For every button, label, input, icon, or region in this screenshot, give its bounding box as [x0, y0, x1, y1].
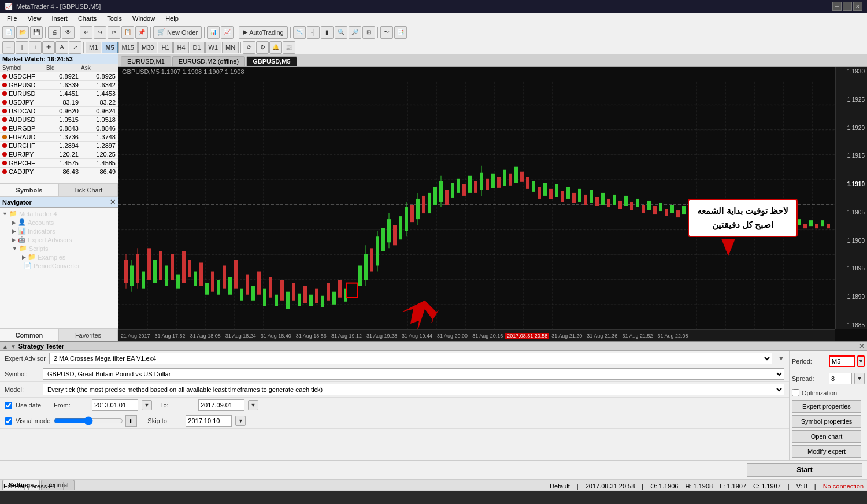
market-row[interactable]: EURAUD 1.3736 1.3748	[0, 133, 118, 142]
chart-tab-eurusd-m2[interactable]: EURUSD,M2 (offline)	[172, 56, 245, 66]
modify-expert-button[interactable]: Modify expert	[792, 445, 861, 458]
bar-btn[interactable]: ┤	[307, 26, 320, 39]
st-spread-input[interactable]	[829, 373, 852, 384]
market-row[interactable]: USDCHF 0.8921 0.8925	[0, 72, 118, 81]
period-w1[interactable]: W1	[205, 42, 222, 53]
st-close-button[interactable]: ✕	[859, 342, 865, 350]
cut-btn[interactable]: ✂	[108, 26, 120, 39]
print-btn[interactable]: 🖨	[48, 26, 61, 39]
alert-btn[interactable]: 🔔	[269, 41, 282, 54]
new-order-button[interactable]: 🛒 New Order	[153, 26, 202, 39]
text-tool[interactable]: A	[55, 41, 68, 54]
grid-btn[interactable]: ⊞	[362, 26, 375, 39]
open-btn[interactable]: 📂	[16, 26, 29, 39]
st-ea-dropdown-arrow[interactable]: ▼	[778, 355, 784, 362]
st-to-calendar[interactable]: ▼	[248, 400, 258, 410]
print-preview-btn[interactable]: 👁	[62, 26, 75, 39]
market-row[interactable]: USDJPY 83.19 83.22	[0, 98, 118, 107]
mw-tab-tick[interactable]: Tick Chart	[59, 184, 118, 196]
st-down-arrow[interactable]: ▼	[10, 343, 16, 350]
undo-btn[interactable]: ↩	[80, 26, 92, 39]
st-ea-select[interactable]: 2 MA Crosses Mega filter EA V1.ex4	[49, 353, 772, 364]
period-m30[interactable]: M30	[138, 42, 157, 53]
start-button[interactable]: Start	[747, 463, 862, 477]
market-row[interactable]: EURUSD 1.4451 1.4453	[0, 90, 118, 98]
market-row[interactable]: GBPUSD 1.6339 1.6342	[0, 81, 118, 90]
st-spread-dropdown[interactable]: ▼	[854, 373, 865, 384]
st-pause-button[interactable]: ⏸	[125, 415, 137, 427]
period-m15[interactable]: M15	[118, 42, 138, 53]
sync-btn[interactable]: ⟳	[243, 41, 255, 54]
new-btn[interactable]: 📄	[2, 26, 15, 39]
period-m5[interactable]: M5	[102, 42, 117, 53]
market-row[interactable]: CADJPY 86.43 86.49	[0, 168, 118, 176]
expert-btn[interactable]: ⚙	[256, 41, 269, 54]
st-optimization-checkbox[interactable]	[792, 389, 799, 396]
paste-btn[interactable]: 📌	[135, 26, 148, 39]
navigator-expert-advisors[interactable]: ▶ 🤖 Expert Advisors	[0, 235, 118, 244]
menu-charts[interactable]: Charts	[73, 13, 101, 24]
news-btn[interactable]: 📰	[283, 41, 295, 54]
menu-tools[interactable]: Tools	[102, 13, 127, 24]
menu-file[interactable]: File	[2, 13, 22, 24]
period-h1[interactable]: H1	[158, 42, 173, 53]
expert-properties-button[interactable]: Expert properties	[792, 400, 861, 413]
market-row[interactable]: USDCAD 0.9620 0.9624	[0, 107, 118, 116]
symbol-properties-button[interactable]: Symbol properties	[792, 415, 861, 428]
template-btn[interactable]: 📑	[394, 26, 407, 39]
chart-btn1[interactable]: 📊	[207, 26, 220, 39]
st-from-calendar[interactable]: ▼	[142, 400, 152, 410]
chart-btn2[interactable]: 📈	[221, 26, 234, 39]
indicator-btn[interactable]: 〜	[380, 26, 393, 39]
title-controls[interactable]: ─ □ ✕	[832, 2, 862, 11]
redo-btn[interactable]: ↪	[94, 26, 106, 39]
st-to-input[interactable]	[198, 399, 244, 411]
st-model-select[interactable]: Every tick (the most precise method base…	[43, 384, 784, 395]
menu-insert[interactable]: Insert	[47, 13, 72, 24]
st-from-input[interactable]	[92, 399, 138, 411]
market-row[interactable]: GBPCHF 1.4575 1.4585	[0, 159, 118, 168]
st-skipto-calendar[interactable]: ▼	[235, 416, 246, 426]
market-row[interactable]: EURGBP 0.8843 0.8846	[0, 124, 118, 133]
market-row[interactable]: EURJPY 120.21 120.25	[0, 150, 118, 159]
open-chart-button[interactable]: Open chart	[792, 430, 861, 443]
menu-window[interactable]: Window	[128, 13, 160, 24]
zoom-in-btn[interactable]: 🔍	[335, 26, 347, 39]
minimize-button[interactable]: ─	[832, 2, 842, 11]
candle-btn[interactable]: ▮	[321, 26, 334, 39]
zoom-out-btn[interactable]: 🔎	[349, 26, 361, 39]
line-tool[interactable]: ─	[2, 41, 15, 54]
nav-tab-common[interactable]: Common	[0, 329, 59, 341]
navigator-root[interactable]: ▼ 📁 MetaTrader 4	[0, 209, 118, 218]
nav-tab-favorites[interactable]: Favorites	[59, 329, 118, 341]
st-up-arrow[interactable]: ▲	[2, 343, 8, 350]
st-speed-slider[interactable]	[54, 416, 123, 425]
menu-view[interactable]: View	[23, 13, 46, 24]
crosshair-tool[interactable]: ✚	[42, 41, 55, 54]
cursor-tool[interactable]: +	[29, 41, 42, 54]
period-mn[interactable]: MN	[222, 42, 239, 53]
auto-trading-button[interactable]: ▶ AutoTrading	[239, 26, 288, 39]
chart-tab-gbpusd-m5[interactable]: GBPUSD,M5	[246, 56, 297, 66]
menu-help[interactable]: Help	[161, 13, 183, 24]
st-period-input[interactable]	[829, 355, 855, 367]
navigator-period-converter[interactable]: 📄 PeriodConverter	[0, 261, 118, 270]
maximize-button[interactable]: □	[843, 2, 852, 11]
arrow-tool[interactable]: ↗	[69, 41, 81, 54]
st-visual-checkbox[interactable]	[5, 417, 12, 425]
navigator-examples[interactable]: ▶ 📁 Examples	[0, 253, 118, 261]
save-btn[interactable]: 💾	[30, 26, 43, 39]
copy-btn[interactable]: 📋	[121, 26, 134, 39]
st-use-date-checkbox[interactable]	[5, 402, 12, 409]
period-d1[interactable]: D1	[190, 42, 205, 53]
period-m1[interactable]: M1	[86, 42, 101, 53]
close-button[interactable]: ✕	[853, 2, 862, 11]
st-period-dropdown[interactable]: ▼	[857, 355, 865, 367]
navigator-scripts[interactable]: ▼ 📁 Scripts	[0, 244, 118, 253]
chart-tab-eurusd-m1[interactable]: EURUSD,M1	[121, 56, 171, 66]
navigator-close-button[interactable]: ✕	[110, 198, 116, 206]
mw-tab-symbols[interactable]: Symbols	[0, 184, 59, 196]
market-row[interactable]: AUDUSD 1.0515 1.0518	[0, 116, 118, 124]
st-symbol-select[interactable]: GBPUSD, Great Britain Pound vs US Dollar	[43, 368, 784, 380]
line-btn[interactable]: 📉	[293, 26, 306, 39]
